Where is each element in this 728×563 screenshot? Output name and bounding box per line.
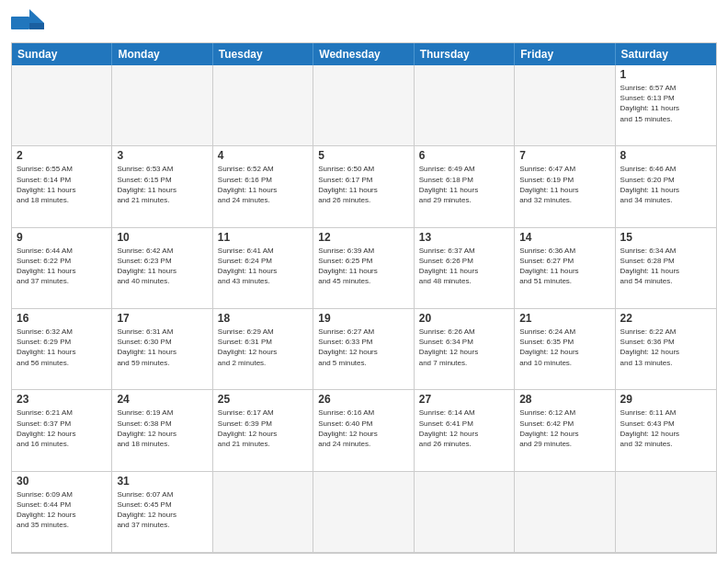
cell-info: Sunrise: 6:21 AMSunset: 6:37 PMDaylight:…	[17, 408, 107, 449]
calendar-cell	[313, 472, 414, 553]
cell-info: Sunrise: 6:39 AMSunset: 6:25 PMDaylight:…	[318, 246, 408, 287]
cell-date: 3	[117, 149, 207, 162]
cell-info: Sunrise: 6:24 AMSunset: 6:35 PMDaylight:…	[519, 327, 609, 368]
cell-date: 25	[218, 393, 308, 406]
calendar-cell: 21Sunrise: 6:24 AMSunset: 6:35 PMDayligh…	[515, 309, 615, 390]
cell-info: Sunrise: 6:17 AMSunset: 6:39 PMDaylight:…	[218, 408, 308, 449]
calendar-cell: 15Sunrise: 6:34 AMSunset: 6:28 PMDayligh…	[616, 228, 716, 309]
cell-info: Sunrise: 6:47 AMSunset: 6:19 PMDaylight:…	[519, 164, 609, 205]
cell-info: Sunrise: 6:34 AMSunset: 6:28 PMDaylight:…	[620, 246, 711, 287]
calendar-cell: 27Sunrise: 6:14 AMSunset: 6:41 PMDayligh…	[415, 390, 515, 471]
calendar-cell: 4Sunrise: 6:52 AMSunset: 6:16 PMDaylight…	[213, 146, 313, 227]
calendar-cell	[12, 65, 112, 146]
calendar-cell: 20Sunrise: 6:26 AMSunset: 6:34 PMDayligh…	[415, 309, 515, 390]
calendar-cell: 22Sunrise: 6:22 AMSunset: 6:36 PMDayligh…	[616, 309, 716, 390]
cell-info: Sunrise: 6:53 AMSunset: 6:15 PMDaylight:…	[117, 164, 207, 205]
calendar-cell: 5Sunrise: 6:50 AMSunset: 6:17 PMDaylight…	[313, 146, 414, 227]
cell-date: 28	[519, 393, 609, 406]
cell-date: 17	[117, 312, 207, 325]
calendar-cell: 25Sunrise: 6:17 AMSunset: 6:39 PMDayligh…	[213, 390, 313, 471]
cell-date: 16	[17, 312, 107, 325]
day-header-monday: Monday	[112, 43, 212, 65]
cell-date: 26	[318, 393, 408, 406]
calendar-cell	[213, 472, 313, 553]
calendar-cell: 17Sunrise: 6:31 AMSunset: 6:30 PMDayligh…	[112, 309, 212, 390]
cell-date: 13	[419, 231, 509, 244]
calendar-cell	[112, 65, 212, 146]
cell-info: Sunrise: 6:42 AMSunset: 6:23 PMDaylight:…	[117, 246, 207, 287]
cell-info: Sunrise: 6:57 AMSunset: 6:13 PMDaylight:…	[620, 83, 711, 124]
day-header-friday: Friday	[515, 43, 615, 65]
cell-info: Sunrise: 6:26 AMSunset: 6:34 PMDaylight:…	[419, 327, 509, 368]
calendar-cell	[515, 65, 615, 146]
calendar-cell: 18Sunrise: 6:29 AMSunset: 6:31 PMDayligh…	[213, 309, 313, 390]
cell-info: Sunrise: 6:07 AMSunset: 6:45 PMDaylight:…	[117, 489, 207, 531]
cell-date: 2	[17, 149, 107, 162]
svg-marker-1	[29, 9, 44, 23]
calendar-body: 1Sunrise: 6:57 AMSunset: 6:13 PMDaylight…	[12, 65, 716, 553]
calendar-cell	[515, 472, 615, 553]
cell-info: Sunrise: 6:11 AMSunset: 6:43 PMDaylight:…	[620, 408, 711, 449]
cell-date: 21	[519, 312, 609, 325]
calendar-cell: 26Sunrise: 6:16 AMSunset: 6:40 PMDayligh…	[313, 390, 414, 471]
calendar: SundayMondayTuesdayWednesdayThursdayFrid…	[11, 42, 717, 554]
cell-info: Sunrise: 6:12 AMSunset: 6:42 PMDaylight:…	[519, 408, 609, 449]
cell-info: Sunrise: 6:27 AMSunset: 6:33 PMDaylight:…	[318, 327, 408, 368]
calendar-cell: 8Sunrise: 6:46 AMSunset: 6:20 PMDaylight…	[616, 146, 716, 227]
calendar-cell: 7Sunrise: 6:47 AMSunset: 6:19 PMDaylight…	[515, 146, 615, 227]
calendar-cell: 12Sunrise: 6:39 AMSunset: 6:25 PMDayligh…	[313, 228, 414, 309]
cell-info: Sunrise: 6:41 AMSunset: 6:24 PMDaylight:…	[218, 246, 308, 287]
calendar-page: SundayMondayTuesdayWednesdayThursdayFrid…	[0, 0, 728, 563]
cell-date: 27	[419, 393, 509, 406]
calendar-cell: 24Sunrise: 6:19 AMSunset: 6:38 PMDayligh…	[112, 390, 212, 471]
calendar-cell	[616, 472, 716, 553]
cell-info: Sunrise: 6:50 AMSunset: 6:17 PMDaylight:…	[318, 164, 408, 205]
cell-info: Sunrise: 6:22 AMSunset: 6:36 PMDaylight:…	[620, 327, 711, 368]
cell-info: Sunrise: 6:14 AMSunset: 6:41 PMDaylight:…	[419, 408, 509, 449]
cell-date: 14	[519, 231, 609, 244]
cell-info: Sunrise: 6:36 AMSunset: 6:27 PMDaylight:…	[519, 246, 609, 287]
calendar-cell	[213, 65, 313, 146]
calendar-cell: 2Sunrise: 6:55 AMSunset: 6:14 PMDaylight…	[12, 146, 112, 227]
cell-info: Sunrise: 6:29 AMSunset: 6:31 PMDaylight:…	[218, 327, 308, 368]
cell-date: 7	[519, 149, 609, 162]
cell-date: 8	[620, 149, 711, 162]
cell-info: Sunrise: 6:46 AMSunset: 6:20 PMDaylight:…	[620, 164, 711, 205]
cell-info: Sunrise: 6:16 AMSunset: 6:40 PMDaylight:…	[318, 408, 408, 449]
day-header-tuesday: Tuesday	[213, 43, 313, 65]
day-header-saturday: Saturday	[616, 43, 716, 65]
calendar-header: SundayMondayTuesdayWednesdayThursdayFrid…	[12, 43, 716, 65]
cell-date: 22	[620, 312, 711, 325]
cell-date: 19	[318, 312, 408, 325]
cell-date: 15	[620, 231, 711, 244]
calendar-cell: 23Sunrise: 6:21 AMSunset: 6:37 PMDayligh…	[12, 390, 112, 471]
cell-date: 12	[318, 231, 408, 244]
calendar-cell: 31Sunrise: 6:07 AMSunset: 6:45 PMDayligh…	[112, 472, 212, 553]
cell-info: Sunrise: 6:32 AMSunset: 6:29 PMDaylight:…	[17, 327, 107, 368]
calendar-cell: 9Sunrise: 6:44 AMSunset: 6:22 PMDaylight…	[12, 228, 112, 309]
cell-date: 11	[218, 231, 308, 244]
cell-date: 5	[318, 149, 408, 162]
cell-date: 1	[620, 68, 711, 81]
cell-date: 20	[419, 312, 509, 325]
day-header-thursday: Thursday	[415, 43, 515, 65]
cell-date: 10	[117, 231, 207, 244]
cell-date: 9	[17, 231, 107, 244]
cell-info: Sunrise: 6:31 AMSunset: 6:30 PMDaylight:…	[117, 327, 207, 368]
calendar-cell	[415, 472, 515, 553]
calendar-cell: 10Sunrise: 6:42 AMSunset: 6:23 PMDayligh…	[112, 228, 212, 309]
cell-date: 4	[218, 149, 308, 162]
cell-info: Sunrise: 6:37 AMSunset: 6:26 PMDaylight:…	[419, 246, 509, 287]
calendar-cell	[415, 65, 515, 146]
cell-info: Sunrise: 6:55 AMSunset: 6:14 PMDaylight:…	[17, 164, 107, 205]
cell-date: 24	[117, 393, 207, 406]
cell-info: Sunrise: 6:44 AMSunset: 6:22 PMDaylight:…	[17, 246, 107, 287]
calendar-cell: 14Sunrise: 6:36 AMSunset: 6:27 PMDayligh…	[515, 228, 615, 309]
calendar-cell: 19Sunrise: 6:27 AMSunset: 6:33 PMDayligh…	[313, 309, 414, 390]
svg-rect-2	[29, 23, 44, 29]
cell-info: Sunrise: 6:49 AMSunset: 6:18 PMDaylight:…	[419, 164, 509, 205]
cell-date: 6	[419, 149, 509, 162]
calendar-cell: 30Sunrise: 6:09 AMSunset: 6:44 PMDayligh…	[12, 472, 112, 553]
calendar-cell	[313, 65, 414, 146]
calendar-cell: 28Sunrise: 6:12 AMSunset: 6:42 PMDayligh…	[515, 390, 615, 471]
